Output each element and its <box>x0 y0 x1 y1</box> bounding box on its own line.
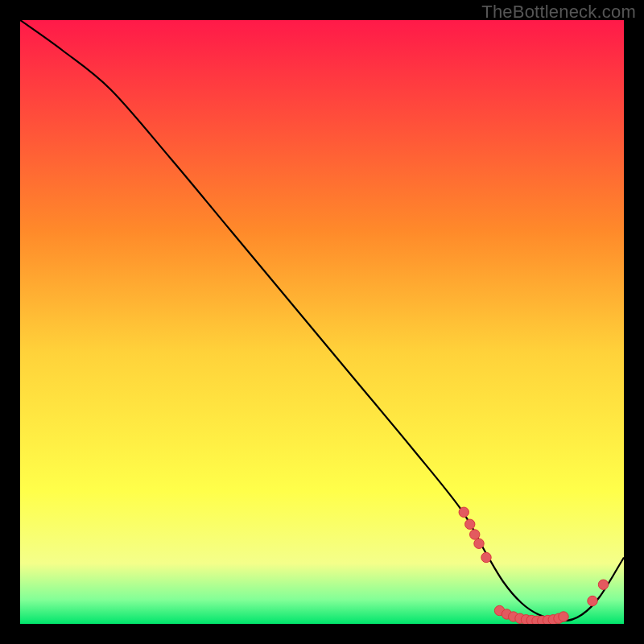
data-dot <box>481 552 491 562</box>
data-dot <box>459 507 469 517</box>
data-dot <box>588 596 597 605</box>
bottleneck-chart <box>20 20 624 624</box>
data-dot <box>474 539 484 548</box>
data-dot <box>598 580 608 589</box>
plot-area <box>20 20 624 624</box>
data-dot <box>470 530 480 539</box>
data-dot <box>465 519 475 529</box>
gradient-background <box>20 20 624 624</box>
watermark-text: TheBottleneck.com <box>481 2 636 23</box>
data-dot <box>559 612 568 621</box>
chart-container: TheBottleneck.com <box>0 0 644 644</box>
